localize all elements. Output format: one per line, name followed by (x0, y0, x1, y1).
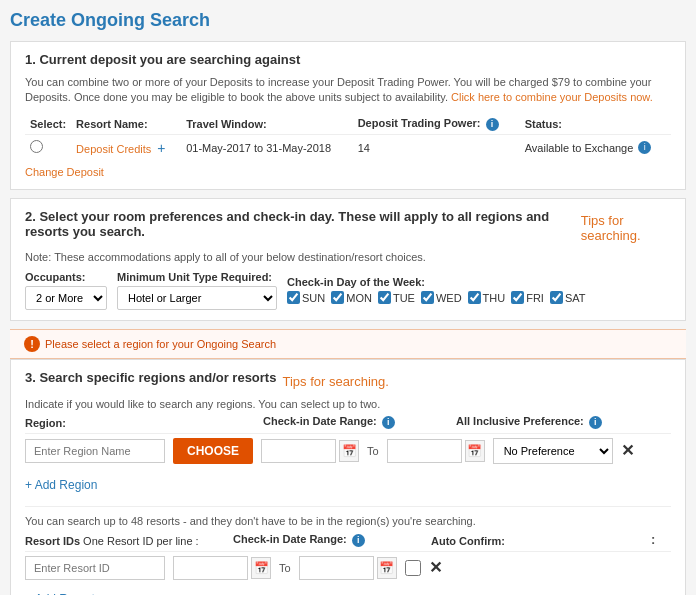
min-unit-label: Minimum Unit Type Required: (117, 271, 277, 283)
resort-date-from-cal-icon[interactable]: 📅 (251, 557, 271, 579)
region-header-cols: Region: Check-in Date Range: i All Inclu… (25, 415, 671, 434)
resort-header-cols: Resort IDs One Resort ID per line : Chec… (25, 532, 671, 552)
day-check-sat: SAT (550, 291, 586, 304)
resort-checkin-range-header: Check-in Date Range: i (233, 533, 423, 547)
deposit-radio[interactable] (30, 140, 43, 153)
region-date-to-input[interactable] (387, 439, 462, 463)
resort-ids-col-header: Resort IDs One Resort ID per line : (25, 535, 225, 547)
section1-header: 1. Current deposit you are searching aga… (25, 52, 671, 67)
indicate-text: Indicate if you would like to search any… (25, 398, 671, 410)
region-date-to-cal-icon[interactable]: 📅 (465, 440, 485, 462)
section2-note: Note: These accommodations apply to all … (25, 251, 671, 263)
to-label-resort: To (279, 562, 291, 574)
region-col-header: Region: (25, 417, 255, 429)
resort-info-text: You can search up to 48 resorts - and th… (25, 515, 671, 527)
section-divider (25, 506, 671, 507)
checkin-range-col-header: Check-in Date Range: i (263, 415, 448, 429)
all-inclusive-info-icon[interactable]: i (589, 416, 602, 429)
min-unit-group: Minimum Unit Type Required: Hotel or Lar… (117, 271, 277, 310)
section2-header: 2. Select your room preferences and chec… (25, 209, 575, 239)
all-inclusive-col-header: All Inclusive Preference: i (456, 415, 671, 429)
resort-date-from-wrap: 📅 (173, 556, 271, 580)
resort-input-row: 📅 To 📅 ✕ (25, 556, 671, 580)
day-label-tue: TUE (393, 292, 415, 304)
day-check-fri: FRI (511, 291, 544, 304)
resort-date-to-wrap: 📅 (299, 556, 397, 580)
occupants-group: Occupants: 2 or More (25, 271, 107, 310)
occupants-label: Occupants: (25, 271, 107, 283)
alert-row: ! Please select a region for your Ongoin… (10, 329, 686, 359)
change-deposit-link[interactable]: Change Deposit (25, 166, 104, 178)
to-label-region: To (367, 445, 379, 457)
deposit-credits-link[interactable]: Deposit Credits (76, 143, 154, 155)
day-checkbox-mon[interactable] (331, 291, 344, 304)
resort-date-from-input[interactable] (173, 556, 248, 580)
checkin-range-info-icon[interactable]: i (382, 416, 395, 429)
deposit-plus-icon[interactable]: + (157, 140, 165, 156)
colon-spacer: : (651, 532, 671, 547)
occupants-select[interactable]: 2 or More (25, 286, 107, 310)
tips-link-section3[interactable]: Tips for searching. (282, 374, 388, 389)
col-resort-name: Resort Name: (71, 114, 181, 135)
section3-header: 3. Search specific regions and/or resort… (25, 370, 276, 385)
travel-window-value: 01-May-2017 to 31-May-2018 (181, 134, 352, 161)
section2-header-row: 2. Select your room preferences and chec… (25, 209, 671, 247)
day-label-fri: FRI (526, 292, 544, 304)
day-label-thu: THU (483, 292, 506, 304)
day-checkbox-tue[interactable] (378, 291, 391, 304)
add-region-link[interactable]: + Add Region (25, 478, 97, 492)
day-checkbox-sat[interactable] (550, 291, 563, 304)
status-value: Available to Exchange i (520, 134, 671, 161)
region-date-from-input[interactable] (261, 439, 336, 463)
checkin-days-row: SUNMONTUEWEDTHUFRISAT (287, 291, 586, 304)
tips-link-section2[interactable]: Tips for searching. (581, 213, 671, 243)
alert-text: Please select a region for your Ongoing … (45, 338, 276, 350)
day-check-tue: TUE (378, 291, 415, 304)
day-label-mon: MON (346, 292, 372, 304)
day-check-mon: MON (331, 291, 372, 304)
deposit-row: Deposit Credits + 01-May-2017 to 31-May-… (25, 134, 671, 161)
page-title: Create Ongoing Search (10, 10, 686, 31)
page-container: Create Ongoing Search 1. Current deposit… (0, 0, 696, 595)
status-info-icon[interactable]: i (638, 141, 651, 154)
auto-confirm-checkbox[interactable] (405, 560, 421, 576)
day-checkbox-fri[interactable] (511, 291, 524, 304)
checkin-day-group: Check-in Day of the Week: SUNMONTUEWEDTH… (287, 276, 586, 304)
resort-date-to-cal-icon[interactable]: 📅 (377, 557, 397, 579)
section3-header-row: 3. Search specific regions and/or resort… (25, 370, 671, 393)
day-check-thu: THU (468, 291, 506, 304)
min-unit-select[interactable]: Hotel or Larger (117, 286, 277, 310)
choose-button[interactable]: CHOOSE (173, 438, 253, 464)
section2-card: 2. Select your room preferences and chec… (10, 198, 686, 321)
deposit-table: Select: Resort Name: Travel Window: Depo… (25, 114, 671, 161)
region-date-to-wrap: 📅 (387, 439, 485, 463)
day-checkbox-wed[interactable] (421, 291, 434, 304)
region-date-from-cal-icon[interactable]: 📅 (339, 440, 359, 462)
day-label-sun: SUN (302, 292, 325, 304)
auto-confirm-col-header: Auto Confirm: (431, 535, 643, 547)
checkin-day-label: Check-in Day of the Week: (287, 276, 586, 288)
room-pref-row: Occupants: 2 or More Minimum Unit Type R… (25, 271, 671, 310)
col-select: Select: (25, 114, 71, 135)
section3-card: 3. Search specific regions and/or resort… (10, 359, 686, 595)
alert-icon: ! (24, 336, 40, 352)
day-label-wed: WED (436, 292, 462, 304)
all-inclusive-pref-select[interactable]: No Preference (493, 438, 613, 464)
resort-id-input[interactable] (25, 556, 165, 580)
remove-region-button[interactable]: ✕ (621, 443, 634, 459)
day-check-sun: SUN (287, 291, 325, 304)
region-date-from-wrap: 📅 (261, 439, 359, 463)
region-name-input[interactable] (25, 439, 165, 463)
day-check-wed: WED (421, 291, 462, 304)
trading-power-value: 14 (353, 134, 520, 161)
trading-power-info-icon[interactable]: i (486, 118, 499, 131)
resort-checkin-info-icon[interactable]: i (352, 534, 365, 547)
remove-resort-button[interactable]: ✕ (429, 560, 442, 576)
combine-deposits-link[interactable]: Click here to combine your Deposits now. (451, 91, 653, 103)
section1-card: 1. Current deposit you are searching aga… (10, 41, 686, 190)
day-checkbox-sun[interactable] (287, 291, 300, 304)
col-travel-window: Travel Window: (181, 114, 352, 135)
col-status: Status: (520, 114, 671, 135)
day-checkbox-thu[interactable] (468, 291, 481, 304)
resort-date-to-input[interactable] (299, 556, 374, 580)
